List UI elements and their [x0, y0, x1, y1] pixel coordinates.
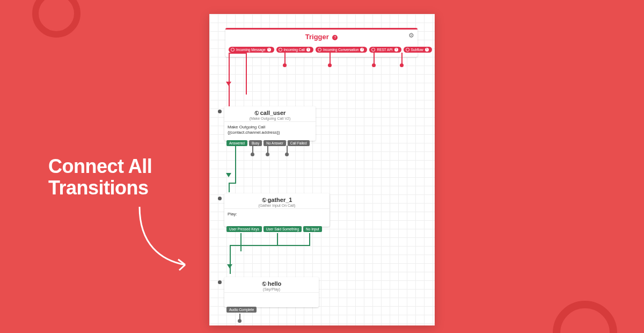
connector — [330, 53, 331, 64]
connector — [309, 233, 310, 245]
widget-header: ✆gather_1 (Gather Input On Call) — [224, 193, 330, 208]
help-icon[interactable]: ? — [332, 35, 338, 40]
callout-line-2: Transitions — [48, 177, 152, 199]
tab-answered[interactable]: Answered — [226, 140, 247, 146]
connector — [246, 53, 247, 95]
connector-dot[interactable] — [285, 153, 289, 156]
arrowhead-icon — [226, 173, 231, 177]
widget-subtitle: (Say/Play) — [226, 287, 317, 291]
drag-handle[interactable] — [218, 280, 222, 284]
connector — [401, 53, 402, 64]
tab-busy[interactable]: Busy — [249, 140, 262, 146]
widget-call-user[interactable]: ✆call_user (Make Outgoing Call V2) Make … — [224, 106, 316, 141]
widget-transitions: User Pressed Keys User Said Something No… — [226, 226, 322, 232]
pill-incoming-call[interactable]: Incoming Call? — [276, 47, 313, 53]
widget-hello[interactable]: ✆hello (Say/Play) Audio Complete — [224, 277, 319, 307]
connector — [230, 245, 310, 246]
widget-body: Make Outgoing Call {{contact.channel.add… — [224, 121, 316, 141]
widget-header: ✆call_user (Make Outgoing Call V2) — [224, 106, 316, 121]
decorative-circle — [553, 301, 617, 333]
pill-rest-api[interactable]: REST API? — [369, 47, 401, 53]
callout-text: Connect All Transitions — [48, 156, 152, 198]
widget-title: gather_1 — [268, 197, 292, 203]
tab-no-input[interactable]: No Input — [303, 226, 322, 232]
arrowhead-icon — [227, 264, 232, 269]
drag-handle[interactable] — [218, 110, 222, 113]
trigger-transition-pills: Incoming Message? Incoming Call? Incomin… — [225, 45, 418, 57]
trigger-header: Trigger ? ⚙ — [225, 30, 418, 45]
trigger-title: Trigger — [305, 33, 329, 41]
connector — [277, 233, 278, 245]
trigger-widget[interactable]: Trigger ? ⚙ Incoming Message? Incoming C… — [225, 28, 418, 57]
help-icon[interactable]: ? — [394, 48, 398, 52]
connector-dot[interactable] — [266, 153, 269, 156]
tab-audio-complete[interactable]: Audio Complete — [226, 307, 257, 313]
help-icon[interactable]: ? — [425, 48, 429, 52]
connector — [284, 53, 286, 64]
widget-body — [224, 292, 319, 307]
decorative-circle — [32, 0, 80, 38]
pill-subflow[interactable]: Subflow? — [404, 47, 432, 53]
flow-canvas[interactable]: Trigger ? ⚙ Incoming Message? Incoming C… — [209, 14, 435, 325]
arrowhead-icon — [226, 82, 231, 86]
callout-arrow-icon — [134, 201, 199, 277]
connector-dot[interactable] — [328, 63, 332, 67]
connector-dot[interactable] — [251, 153, 254, 156]
help-icon[interactable]: ? — [306, 48, 310, 52]
widget-subtitle: (Make Outgoing Call V2) — [226, 117, 313, 120]
widget-body: Play: — [224, 208, 330, 227]
connector — [287, 146, 288, 153]
connector — [229, 183, 236, 184]
connector — [267, 146, 268, 153]
connector — [252, 146, 253, 153]
drag-handle[interactable] — [218, 197, 222, 200]
pill-incoming-conversation[interactable]: Incoming Conversation? — [316, 47, 367, 53]
connector-dot[interactable] — [238, 319, 241, 323]
tab-user-said-something[interactable]: User Said Something — [264, 226, 302, 232]
gear-icon[interactable]: ⚙ — [408, 32, 414, 39]
connector — [229, 53, 230, 106]
widget-title: hello — [268, 280, 282, 287]
tab-call-failed[interactable]: Call Failed — [288, 140, 310, 146]
pill-incoming-message[interactable]: Incoming Message? — [229, 47, 274, 53]
connector-dot[interactable] — [283, 63, 287, 67]
help-icon[interactable]: ? — [267, 48, 271, 52]
widget-subtitle: (Gather Input On Call) — [226, 204, 327, 207]
connector — [235, 146, 236, 183]
phone-icon: ✆ — [253, 110, 260, 117]
phone-icon: ✆ — [260, 280, 267, 287]
widget-gather-1[interactable]: ✆gather_1 (Gather Input On Call) Play: U… — [224, 193, 330, 227]
phone-icon: ✆ — [260, 197, 267, 204]
connector — [229, 53, 247, 54]
widget-transitions: Audio Complete — [226, 307, 257, 313]
connector — [229, 183, 230, 192]
connector — [240, 233, 241, 251]
tab-user-pressed-keys[interactable]: User Pressed Keys — [226, 226, 262, 232]
widget-header: ✆hello (Say/Play) — [224, 277, 319, 292]
help-icon[interactable]: ? — [360, 48, 364, 52]
connector-dot[interactable] — [400, 63, 404, 67]
connector — [230, 245, 231, 274]
callout-line-1: Connect All — [48, 156, 152, 177]
connector — [374, 53, 375, 64]
connector-dot[interactable] — [372, 63, 376, 67]
widget-title: call_user — [260, 110, 286, 116]
